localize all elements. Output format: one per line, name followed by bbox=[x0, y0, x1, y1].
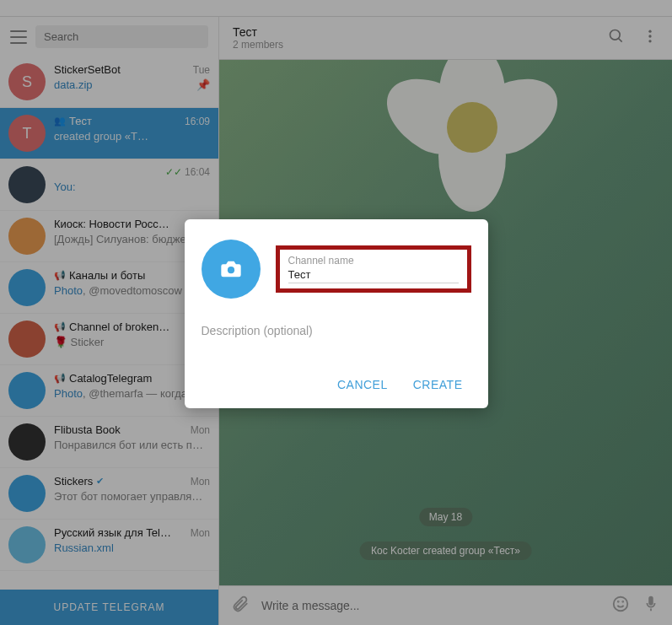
channel-photo-button[interactable] bbox=[202, 240, 261, 299]
svg-point-8 bbox=[227, 267, 234, 273]
channel-name-input[interactable]: Тест bbox=[288, 268, 459, 283]
channel-name-label: Channel name bbox=[288, 255, 459, 267]
cancel-button[interactable]: CANCEL bbox=[337, 378, 388, 391]
description-input[interactable]: Description (optional) bbox=[202, 324, 471, 337]
channel-name-highlight: Channel name Тест bbox=[276, 245, 471, 293]
create-button[interactable]: CREATE bbox=[413, 378, 463, 391]
new-channel-dialog: Channel name Тест Description (optional)… bbox=[185, 219, 488, 408]
